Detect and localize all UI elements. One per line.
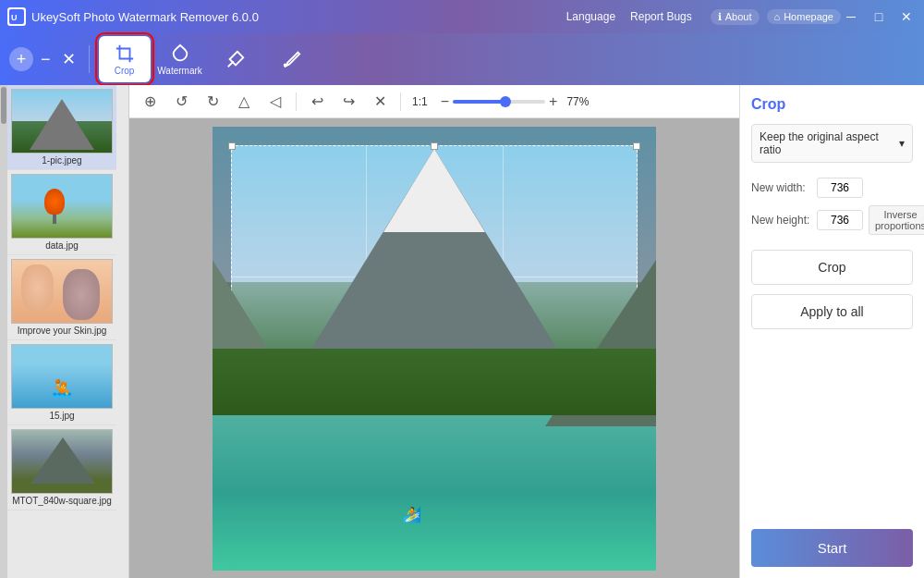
height-row: New height: Inverse proportions	[751, 205, 913, 235]
transform-btn[interactable]: ⊕	[137, 89, 163, 115]
report-bugs-btn[interactable]: Report Bugs	[630, 10, 692, 23]
height-input[interactable]	[817, 210, 863, 230]
width-input[interactable]	[817, 178, 863, 198]
zoom-in-btn[interactable]: +	[549, 93, 557, 110]
canvas-sep2	[400, 92, 401, 111]
remove-file-btn[interactable]: −	[37, 50, 55, 69]
zoom-control: − +	[441, 93, 558, 110]
crop-handle-tr[interactable]	[633, 142, 640, 150]
crop-btn[interactable]: Crop	[751, 250, 913, 285]
scrollbar[interactable]	[0, 85, 7, 578]
list-item[interactable]: MTOT_840w-square.jpg	[7, 425, 116, 510]
titlebar-nav: Language Report Bugs	[566, 10, 692, 23]
home-icon: ⌂	[774, 11, 781, 22]
canvas-sep1	[296, 92, 297, 111]
thumb-label: 1-pic.jpeg	[11, 155, 113, 166]
right-panel: Crop Keep the original aspect ratio ▾ Ne…	[739, 85, 924, 578]
window-controls: ─ □ ✕	[841, 6, 917, 27]
list-item[interactable]: 1-pic.jpeg	[7, 85, 116, 170]
eyedropper-icon	[281, 49, 301, 69]
thumbnail-img	[11, 174, 113, 239]
apply-to-all-btn[interactable]: Apply to all	[751, 294, 913, 329]
svg-text:U: U	[11, 13, 18, 22]
flip-v-btn[interactable]: ◁	[262, 89, 288, 115]
inverse-proportions-btn[interactable]: Inverse proportions	[869, 205, 924, 235]
canvas-content: 🏄	[129, 118, 739, 578]
height-label: New height:	[751, 214, 811, 227]
crop-handle-tl[interactable]	[228, 142, 236, 150]
brush-icon	[225, 49, 246, 69]
thumbnail-img	[11, 259, 113, 324]
language-btn[interactable]: Language	[566, 10, 615, 23]
close-btn[interactable]: ✕	[896, 6, 917, 27]
crop-icon	[115, 43, 135, 64]
thumb-label: Improve your Skin.jpg	[11, 326, 113, 336]
thumbnail-img	[11, 429, 113, 494]
undo-btn[interactable]: ↩	[304, 89, 330, 115]
thumb-label: data.jpg	[11, 240, 113, 251]
start-btn[interactable]: Start	[751, 529, 913, 567]
minimize-btn[interactable]: ─	[841, 6, 861, 27]
aspect-ratio-label: 1:1	[412, 95, 428, 108]
zoom-out-btn[interactable]: −	[441, 93, 449, 110]
list-item[interactable]: data.jpg	[7, 170, 116, 255]
person-figure: 🏄	[403, 506, 421, 523]
thumbnail-list: 1-pic.jpeg data.jpg	[7, 85, 116, 510]
width-label: New width:	[751, 181, 811, 194]
list-item[interactable]: Improve your Skin.jpg	[7, 255, 116, 340]
rotate-right-btn[interactable]: ↻	[200, 89, 225, 115]
crop-tool-btn[interactable]: Crop	[99, 36, 151, 82]
add-file-btn[interactable]: +	[9, 47, 33, 71]
app-title: UkeySoft Photo Watermark Remover 6.0.0	[31, 10, 566, 24]
rotate-left-btn[interactable]: ↺	[168, 89, 194, 115]
chevron-down-icon: ▾	[899, 137, 905, 150]
file-sidebar: 1-pic.jpeg data.jpg	[0, 85, 129, 578]
thumb-label: MTOT_840w-square.jpg	[11, 496, 113, 506]
eyedropper-tool-btn[interactable]	[265, 36, 317, 82]
svg-point-2	[284, 65, 286, 67]
watermark-tool-btn[interactable]: Watermark	[154, 36, 206, 82]
thumb-label: 15.jpg	[11, 411, 113, 421]
brush-tool-btn[interactable]	[210, 36, 261, 82]
redo-btn[interactable]: ↪	[335, 89, 361, 115]
zoom-thumb	[500, 96, 511, 107]
list-item[interactable]: 🤽 15.jpg	[7, 340, 116, 425]
scroll-thumb	[1, 87, 6, 124]
about-btn[interactable]: ℹ About	[711, 9, 760, 25]
zoom-percent-label: 77%	[566, 95, 589, 108]
panel-spacer	[751, 338, 913, 529]
main-toolbar: + − ✕ Crop Watermark	[0, 33, 924, 85]
info-icon: ℹ	[718, 11, 722, 23]
canvas-area: ⊕ ↺ ↻ △ ◁ ↩ ↪ ✕ 1:1 − + 77%	[129, 85, 739, 578]
watermark-icon	[170, 43, 190, 64]
thumbnail-img	[11, 89, 113, 154]
canvas-toolbar: ⊕ ↺ ↻ △ ◁ ↩ ↪ ✕ 1:1 − + 77%	[129, 85, 739, 118]
app-logo: U	[7, 7, 26, 26]
flip-h-btn[interactable]: △	[231, 89, 257, 115]
aspect-ratio-dropdown[interactable]: Keep the original aspect ratio ▾	[751, 124, 913, 163]
zoom-slider[interactable]	[453, 100, 545, 104]
width-row: New width:	[751, 178, 913, 198]
homepage-btn[interactable]: ⌂ Homepage	[767, 9, 841, 24]
main-layout: 1-pic.jpeg data.jpg	[0, 85, 924, 578]
panel-title: Crop	[751, 96, 913, 113]
maximize-btn[interactable]: □	[869, 6, 889, 27]
titlebar: U UkeySoft Photo Watermark Remover 6.0.0…	[0, 0, 924, 33]
toolbar-separator	[89, 45, 90, 73]
thumbnail-img: 🤽	[11, 344, 113, 409]
image-frame: 🏄	[213, 127, 656, 571]
cancel-btn[interactable]: ✕	[367, 89, 393, 115]
close-all-btn[interactable]: ✕	[58, 49, 79, 69]
